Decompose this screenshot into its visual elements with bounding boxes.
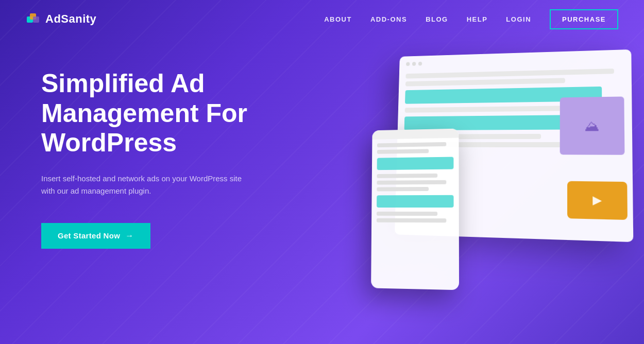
browser-dots — [399, 49, 632, 71]
phone-line-6 — [377, 212, 437, 216]
navbar: AdSanity ABOUT ADD-ONS BLOG HELP LOGIN P… — [0, 0, 644, 38]
nav-menu: ABOUT ADD-ONS BLOG HELP LOGIN PURCHASE — [324, 14, 618, 24]
phone-ad-highlight-2 — [377, 195, 453, 208]
phone-line-1 — [377, 142, 446, 147]
nav-addons[interactable]: ADD-ONS — [370, 15, 407, 23]
nav-blog[interactable]: BLOG — [426, 15, 448, 23]
hero-section: AdSanity ABOUT ADD-ONS BLOG HELP LOGIN P… — [0, 0, 644, 344]
nav-about[interactable]: ABOUT — [324, 15, 352, 23]
phone-line-4 — [377, 180, 446, 185]
logo-link[interactable]: AdSanity — [26, 11, 96, 27]
phone-line-5 — [377, 187, 429, 191]
dot-3 — [418, 62, 422, 66]
image-icon: ⛰ — [584, 117, 599, 134]
nav-help[interactable]: HELP — [467, 15, 488, 23]
browser-line-2 — [405, 78, 565, 86]
cta-arrow-icon: → — [125, 231, 133, 240]
phone-ad-highlight — [377, 157, 453, 170]
logo-icon — [26, 11, 41, 27]
hero-illustration: ⛰ ▶ — [340, 41, 629, 309]
play-icon: ▶ — [592, 193, 602, 208]
nav-purchase-button[interactable]: PURCHASE — [550, 9, 618, 29]
dot-1 — [406, 62, 410, 66]
cta-button[interactable]: Get Started Now → — [41, 223, 150, 249]
cta-label: Get Started Now — [58, 231, 120, 240]
dot-2 — [412, 62, 416, 66]
phone-top-bar — [372, 129, 459, 140]
hero-content: Simplified Ad Management For WordPress I… — [0, 38, 268, 249]
hero-title: Simplified Ad Management For WordPress — [41, 69, 268, 158]
brand-name: AdSanity — [45, 12, 96, 26]
browser-line-1 — [405, 68, 614, 78]
phone-line-2 — [377, 149, 429, 153]
nav-login[interactable]: LOGIN — [506, 15, 531, 23]
browser-ad-highlight-2 — [404, 115, 578, 130]
browser-image-widget: ⛰ — [560, 96, 625, 154]
phone-line-3 — [377, 174, 438, 178]
phone-mockup — [371, 129, 459, 290]
hero-subtitle: Insert self-hosted and network ads on yo… — [41, 173, 247, 197]
svg-rect-2 — [33, 16, 39, 23]
phone-line-7 — [377, 218, 446, 222]
video-thumbnail: ▶ — [567, 181, 628, 220]
